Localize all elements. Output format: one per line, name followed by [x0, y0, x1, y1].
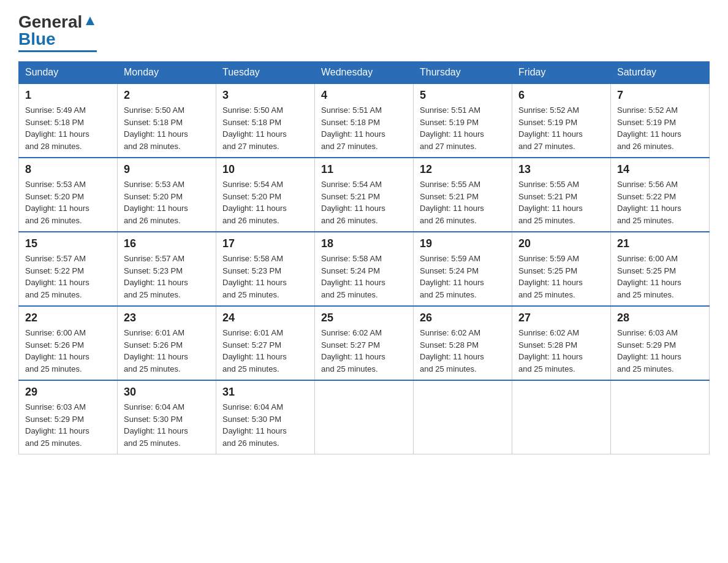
day-cell: 3 Sunrise: 5:50 AMSunset: 5:18 PMDayligh… [216, 83, 315, 158]
day-number: 30 [124, 386, 210, 399]
day-cell: 26 Sunrise: 6:02 AMSunset: 5:28 PMDaylig… [414, 306, 512, 380]
day-cell: 6 Sunrise: 5:52 AMSunset: 5:19 PMDayligh… [512, 83, 611, 158]
day-number: 18 [321, 237, 407, 250]
day-cell: 5 Sunrise: 5:51 AMSunset: 5:19 PMDayligh… [414, 83, 512, 158]
day-cell: 17 Sunrise: 5:58 AMSunset: 5:23 PMDaylig… [216, 232, 315, 306]
day-cell: 11 Sunrise: 5:54 AMSunset: 5:21 PMDaylig… [315, 158, 414, 232]
day-number: 14 [617, 163, 703, 176]
day-number: 20 [518, 237, 604, 250]
week-row-2: 8 Sunrise: 5:53 AMSunset: 5:20 PMDayligh… [19, 158, 710, 232]
day-info: Sunrise: 5:50 AMSunset: 5:18 PMDaylight:… [222, 104, 308, 152]
day-number: 16 [124, 237, 210, 250]
day-number: 22 [25, 312, 111, 324]
day-info: Sunrise: 6:01 AMSunset: 5:26 PMDaylight:… [124, 327, 210, 375]
page-header: General Blue [18, 12, 710, 52]
logo-icon [83, 14, 97, 28]
day-number: 15 [25, 237, 111, 250]
day-number: 6 [518, 89, 604, 102]
day-info: Sunrise: 5:57 AMSunset: 5:22 PMDaylight:… [25, 253, 111, 301]
day-number: 26 [420, 312, 506, 324]
day-info: Sunrise: 6:04 AMSunset: 5:30 PMDaylight:… [222, 401, 308, 449]
day-info: Sunrise: 6:03 AMSunset: 5:29 PMDaylight:… [25, 401, 111, 449]
day-cell: 1 Sunrise: 5:49 AMSunset: 5:18 PMDayligh… [19, 83, 118, 158]
day-cell [611, 380, 710, 454]
day-info: Sunrise: 5:53 AMSunset: 5:20 PMDaylight:… [25, 178, 111, 226]
day-cell: 7 Sunrise: 5:52 AMSunset: 5:19 PMDayligh… [611, 83, 710, 158]
day-info: Sunrise: 5:50 AMSunset: 5:18 PMDaylight:… [124, 104, 210, 152]
header-sunday: Sunday [19, 62, 118, 84]
day-cell: 10 Sunrise: 5:54 AMSunset: 5:20 PMDaylig… [216, 158, 315, 232]
day-cell [512, 380, 611, 454]
day-number: 19 [420, 237, 506, 250]
calendar-header-row: SundayMondayTuesdayWednesdayThursdayFrid… [19, 62, 710, 84]
day-number: 12 [420, 163, 506, 176]
day-info: Sunrise: 5:51 AMSunset: 5:18 PMDaylight:… [321, 104, 407, 152]
day-info: Sunrise: 5:53 AMSunset: 5:20 PMDaylight:… [124, 178, 210, 226]
day-info: Sunrise: 5:52 AMSunset: 5:19 PMDaylight:… [518, 104, 604, 152]
day-number: 31 [222, 386, 308, 399]
day-info: Sunrise: 5:59 AMSunset: 5:24 PMDaylight:… [420, 253, 506, 301]
day-info: Sunrise: 5:59 AMSunset: 5:25 PMDaylight:… [518, 253, 604, 301]
day-number: 24 [222, 312, 308, 324]
day-cell: 31 Sunrise: 6:04 AMSunset: 5:30 PMDaylig… [216, 380, 315, 454]
day-cell: 23 Sunrise: 6:01 AMSunset: 5:26 PMDaylig… [118, 306, 216, 380]
day-info: Sunrise: 6:02 AMSunset: 5:28 PMDaylight:… [518, 327, 604, 375]
day-number: 1 [25, 89, 111, 102]
day-info: Sunrise: 6:02 AMSunset: 5:28 PMDaylight:… [420, 327, 506, 375]
day-number: 11 [321, 163, 407, 176]
day-info: Sunrise: 5:54 AMSunset: 5:20 PMDaylight:… [222, 178, 308, 226]
logo-underline [18, 50, 97, 52]
day-info: Sunrise: 6:01 AMSunset: 5:27 PMDaylight:… [222, 327, 308, 375]
day-cell: 12 Sunrise: 5:55 AMSunset: 5:21 PMDaylig… [414, 158, 512, 232]
day-info: Sunrise: 5:54 AMSunset: 5:21 PMDaylight:… [321, 178, 407, 226]
day-cell: 13 Sunrise: 5:55 AMSunset: 5:21 PMDaylig… [512, 158, 611, 232]
day-number: 23 [124, 312, 210, 324]
day-cell: 29 Sunrise: 6:03 AMSunset: 5:29 PMDaylig… [19, 380, 118, 454]
week-row-4: 22 Sunrise: 6:00 AMSunset: 5:26 PMDaylig… [19, 306, 710, 380]
day-cell [414, 380, 512, 454]
day-info: Sunrise: 6:04 AMSunset: 5:30 PMDaylight:… [124, 401, 210, 449]
day-cell: 16 Sunrise: 5:57 AMSunset: 5:23 PMDaylig… [118, 232, 216, 306]
day-cell: 2 Sunrise: 5:50 AMSunset: 5:18 PMDayligh… [118, 83, 216, 158]
day-info: Sunrise: 5:58 AMSunset: 5:23 PMDaylight:… [222, 253, 308, 301]
day-info: Sunrise: 5:57 AMSunset: 5:23 PMDaylight:… [124, 253, 210, 301]
day-info: Sunrise: 5:58 AMSunset: 5:24 PMDaylight:… [321, 253, 407, 301]
day-cell: 15 Sunrise: 5:57 AMSunset: 5:22 PMDaylig… [19, 232, 118, 306]
day-number: 8 [25, 163, 111, 176]
day-cell: 4 Sunrise: 5:51 AMSunset: 5:18 PMDayligh… [315, 83, 414, 158]
logo-blue-line: Blue [18, 29, 56, 49]
day-number: 2 [124, 89, 210, 102]
day-info: Sunrise: 5:56 AMSunset: 5:22 PMDaylight:… [617, 178, 703, 226]
day-cell: 14 Sunrise: 5:56 AMSunset: 5:22 PMDaylig… [611, 158, 710, 232]
day-info: Sunrise: 6:00 AMSunset: 5:26 PMDaylight:… [25, 327, 111, 375]
day-cell: 21 Sunrise: 6:00 AMSunset: 5:25 PMDaylig… [611, 232, 710, 306]
week-row-3: 15 Sunrise: 5:57 AMSunset: 5:22 PMDaylig… [19, 232, 710, 306]
day-cell: 20 Sunrise: 5:59 AMSunset: 5:25 PMDaylig… [512, 232, 611, 306]
day-cell: 24 Sunrise: 6:01 AMSunset: 5:27 PMDaylig… [216, 306, 315, 380]
day-cell: 30 Sunrise: 6:04 AMSunset: 5:30 PMDaylig… [118, 380, 216, 454]
day-cell: 8 Sunrise: 5:53 AMSunset: 5:20 PMDayligh… [19, 158, 118, 232]
day-cell [315, 380, 414, 454]
day-info: Sunrise: 5:49 AMSunset: 5:18 PMDaylight:… [25, 104, 111, 152]
day-number: 7 [617, 89, 703, 102]
week-row-1: 1 Sunrise: 5:49 AMSunset: 5:18 PMDayligh… [19, 83, 710, 158]
header-thursday: Thursday [414, 62, 512, 84]
day-number: 29 [25, 386, 111, 399]
header-tuesday: Tuesday [216, 62, 315, 84]
day-number: 13 [518, 163, 604, 176]
week-row-5: 29 Sunrise: 6:03 AMSunset: 5:29 PMDaylig… [19, 380, 710, 454]
day-cell: 19 Sunrise: 5:59 AMSunset: 5:24 PMDaylig… [414, 232, 512, 306]
day-info: Sunrise: 5:55 AMSunset: 5:21 PMDaylight:… [518, 178, 604, 226]
svg-marker-0 [86, 17, 94, 25]
day-number: 21 [617, 237, 703, 250]
logo: General Blue [18, 12, 97, 52]
day-number: 5 [420, 89, 506, 102]
header-monday: Monday [118, 62, 216, 84]
day-number: 4 [321, 89, 407, 102]
day-cell: 27 Sunrise: 6:02 AMSunset: 5:28 PMDaylig… [512, 306, 611, 380]
day-info: Sunrise: 5:52 AMSunset: 5:19 PMDaylight:… [617, 104, 703, 152]
day-info: Sunrise: 5:55 AMSunset: 5:21 PMDaylight:… [420, 178, 506, 226]
day-number: 9 [124, 163, 210, 176]
day-cell: 28 Sunrise: 6:03 AMSunset: 5:29 PMDaylig… [611, 306, 710, 380]
header-friday: Friday [512, 62, 611, 84]
